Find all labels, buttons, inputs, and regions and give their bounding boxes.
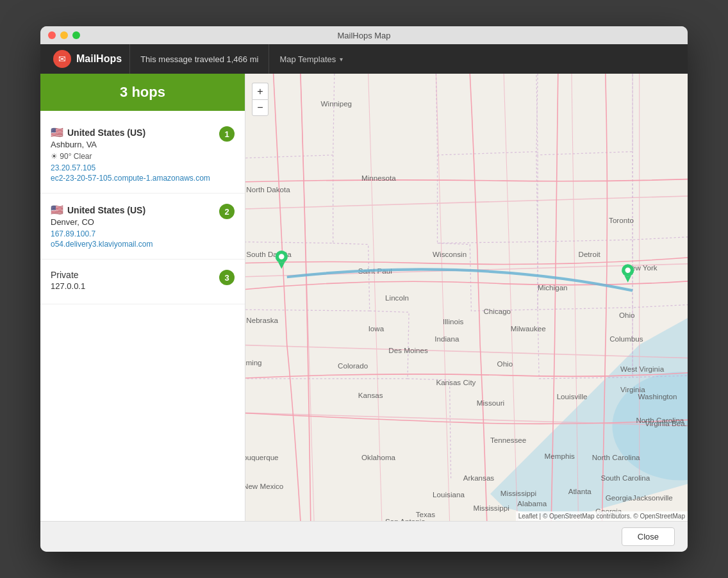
hop-city: Ashburn, VA	[51, 140, 235, 149]
svg-text:Tennessee: Tennessee	[490, 436, 526, 444]
brand-name: MailHops	[76, 53, 122, 65]
svg-text:San Antonio: San Antonio	[385, 517, 426, 521]
svg-text:Ohio: Ohio	[497, 359, 513, 368]
svg-text:buquerque: buquerque	[245, 453, 279, 461]
hop-item: 2 🇺🇸 United States (US) Denver, CO 167.8…	[40, 194, 245, 260]
svg-text:Winnipeg: Winnipeg	[321, 99, 352, 108]
map-attribution: Leaflet | © OpenStreetMap contributors. …	[516, 511, 688, 521]
svg-text:Milwaukee: Milwaukee	[511, 324, 546, 333]
hop-weather: ☀ 90° Clear	[51, 152, 235, 161]
chevron-down-icon: ▾	[340, 56, 343, 63]
svg-text:Des Moines: Des Moines	[388, 346, 428, 354]
app-window: MailHops Map ✉ MailHops This message tra…	[40, 26, 688, 552]
window-controls	[48, 31, 80, 39]
svg-text:Louisiana: Louisiana	[433, 490, 465, 499]
svg-text:Minnesota: Minnesota	[361, 174, 396, 182]
sidebar: 3 hops 1 🇺🇸 United States (US) Ashburn, …	[40, 74, 245, 521]
content-area: 3 hops 1 🇺🇸 United States (US) Ashburn, …	[40, 74, 688, 521]
map-templates-button[interactable]: Map Templates ▾	[269, 44, 353, 74]
svg-text:Ohio: Ohio	[619, 311, 635, 319]
svg-text:Wisconsin: Wisconsin	[433, 250, 467, 258]
title-bar: MailHops Map	[40, 26, 688, 44]
svg-text:Lincoln: Lincoln	[385, 293, 409, 302]
hop-hostname-link[interactable]: ec2-23-20-57-105.compute-1.amazonaws.com	[51, 174, 235, 183]
svg-text:New Mexico: New Mexico	[245, 482, 283, 490]
svg-point-75	[625, 267, 630, 272]
svg-text:Memphis: Memphis	[545, 452, 575, 460]
svg-text:South Carolina: South Carolina	[600, 474, 650, 482]
brand-icon: ✉	[53, 50, 71, 68]
hop-hostname-link[interactable]: o54.delivery3.klaviyomail.com	[51, 240, 235, 249]
svg-text:North Carolina: North Carolina	[636, 416, 684, 424]
hop-badge: 1	[219, 126, 235, 142]
svg-text:Oklahoma: Oklahoma	[361, 453, 396, 461]
hop-private-label: Private	[51, 270, 235, 280]
hop-country: 🇺🇸 United States (US)	[51, 204, 235, 216]
us-flag-icon: 🇺🇸	[51, 204, 63, 216]
map-controls: + −	[252, 83, 269, 116]
navbar: ✉ MailHops This message traveled 1,466 m…	[40, 44, 688, 74]
hop-city: 127.0.0.1	[51, 281, 235, 291]
svg-text:Nebraska: Nebraska	[246, 316, 278, 324]
brand: ✉ MailHops	[46, 47, 129, 70]
svg-text:Mississippi: Mississippi	[474, 504, 509, 512]
svg-text:Washington: Washington	[638, 392, 677, 400]
zoom-out-button[interactable]: −	[252, 99, 269, 116]
footer-bar: Close	[40, 521, 688, 552]
svg-text:...ming: ...ming	[245, 358, 262, 367]
svg-text:Kansas: Kansas	[358, 391, 383, 399]
close-button[interactable]: Close	[622, 527, 675, 546]
svg-text:Illinois: Illinois	[443, 317, 463, 326]
svg-text:Missouri: Missouri	[477, 399, 504, 407]
us-flag-icon: 🇺🇸	[51, 126, 63, 138]
svg-text:Chicago: Chicago	[483, 307, 511, 315]
map-templates-label: Map Templates	[279, 54, 336, 64]
map-container[interactable]: Winnipeg North Dakota Minnesota South Da…	[245, 74, 688, 521]
hop-country: 🇺🇸 United States (US)	[51, 126, 235, 138]
svg-text:North Dakota: North Dakota	[246, 185, 290, 194]
map-svg: Winnipeg North Dakota Minnesota South Da…	[245, 74, 688, 521]
svg-text:West Virginia: West Virginia	[620, 365, 665, 373]
svg-text:Toronto: Toronto	[609, 216, 634, 224]
svg-text:Kansas City: Kansas City	[436, 378, 476, 386]
maximize-window-button[interactable]	[72, 31, 80, 39]
hop-item: 1 🇺🇸 United States (US) Ashburn, VA ☀ 90…	[40, 116, 245, 194]
svg-text:Arkansas: Arkansas	[463, 474, 495, 482]
svg-text:Colorado: Colorado	[338, 361, 368, 370]
svg-text:Alabama: Alabama	[517, 499, 547, 508]
svg-text:Mississippi: Mississippi	[500, 489, 536, 497]
svg-text:North Carolina: North Carolina	[592, 453, 640, 461]
svg-text:Iowa: Iowa	[368, 324, 385, 333]
svg-point-73	[279, 254, 284, 259]
hop-city: Denver, CO	[51, 217, 235, 227]
svg-text:Michigan: Michigan	[538, 283, 568, 292]
window-title: MailHops Map	[337, 31, 390, 40]
svg-text:Indiana: Indiana	[434, 334, 459, 343]
svg-text:Jacksonville: Jacksonville	[633, 493, 673, 502]
zoom-in-button[interactable]: +	[252, 83, 269, 99]
hop-ip-link[interactable]: 23.20.57.105	[51, 163, 235, 172]
hop-badge: 3	[219, 270, 235, 285]
hop-badge: 2	[219, 204, 235, 219]
svg-text:Detroit: Detroit	[578, 250, 600, 258]
minimize-window-button[interactable]	[60, 31, 68, 39]
hop-ip-link[interactable]: 167.89.100.7	[51, 229, 235, 238]
svg-text:Atlanta: Atlanta	[568, 487, 592, 495]
hops-count: 3 hops	[40, 74, 245, 111]
message-distance: This message traveled 1,466 mi	[129, 44, 269, 74]
svg-text:Georgia: Georgia	[606, 493, 633, 502]
hop-item: 3 Private 127.0.0.1	[40, 260, 245, 304]
svg-text:Columbus: Columbus	[609, 334, 643, 343]
close-window-button[interactable]	[48, 31, 56, 39]
svg-text:Louisville: Louisville	[557, 392, 588, 400]
hop-list: 1 🇺🇸 United States (US) Ashburn, VA ☀ 90…	[40, 111, 245, 521]
